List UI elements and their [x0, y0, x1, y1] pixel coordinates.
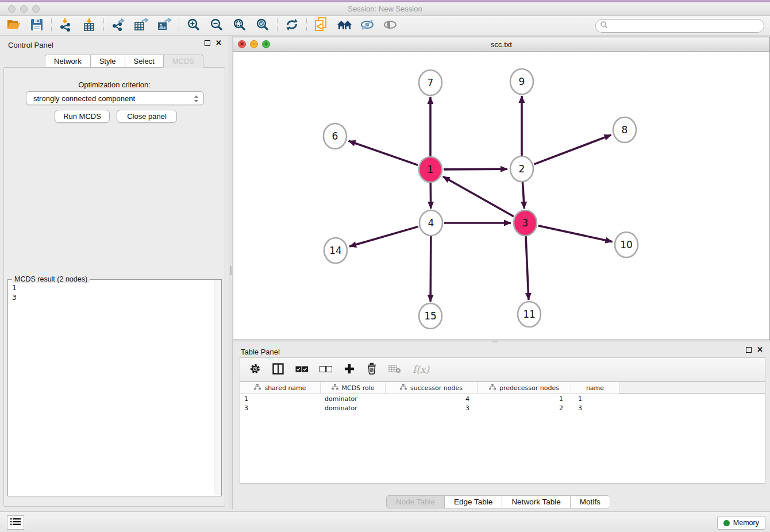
hierarchy-icon [332, 384, 338, 392]
clone-network-button[interactable] [310, 17, 333, 34]
graph-edge-2-8[interactable] [534, 135, 611, 164]
zoom-selected-button[interactable] [251, 17, 274, 34]
column-view-button[interactable] [272, 363, 284, 376]
column-header-name[interactable]: name [571, 382, 619, 394]
node-table[interactable]: shared nameMCDS rolesuccessor nodesprede… [240, 381, 765, 484]
graph-edge-4-14[interactable] [349, 226, 418, 246]
tab-network-table[interactable]: Network Table [502, 495, 569, 508]
search-field[interactable] [595, 19, 764, 33]
memory-button[interactable]: Memory [717, 516, 765, 530]
graph-edge-3-11[interactable] [526, 236, 529, 300]
result-scrollbar[interactable] [214, 280, 221, 495]
run-mcds-button[interactable]: Run MCDS [55, 110, 110, 123]
table-cell[interactable]: 1 [240, 395, 321, 403]
graph-node-3[interactable]: 3 [514, 210, 537, 236]
table-cell[interactable]: 3 [571, 404, 619, 412]
select-all-button[interactable] [295, 365, 308, 374]
vertical-splitter[interactable] [229, 36, 233, 509]
graph-edge-3-10[interactable] [538, 226, 612, 242]
import-table-button[interactable] [78, 17, 101, 34]
tab-mcds[interactable]: MCDS [163, 55, 203, 68]
network-canvas[interactable]: 1234678910111415 [233, 52, 769, 340]
export-table-button[interactable] [130, 17, 153, 34]
splitter-handle[interactable] [230, 266, 232, 275]
graph-edge-3-1[interactable] [443, 176, 514, 216]
graph-edge-1-2[interactable] [444, 169, 507, 169]
show-hidden-button[interactable] [379, 17, 402, 34]
table-cell[interactable]: dominator [321, 395, 386, 403]
table-cell[interactable]: 3 [386, 404, 478, 412]
graph-node-14[interactable]: 14 [324, 238, 347, 263]
titlebar-accent-strip [0, 0, 770, 2]
graph-node-4[interactable]: 4 [419, 210, 442, 236]
deselect-all-button[interactable] [319, 365, 332, 374]
table-cell[interactable]: 1 [571, 395, 619, 403]
graph-node-label: 9 [519, 76, 525, 87]
table-cell[interactable]: 3 [240, 404, 321, 412]
float-panel-icon[interactable] [746, 347, 752, 353]
export-image-button[interactable] [153, 17, 176, 34]
save-session-button[interactable] [25, 17, 48, 34]
graph-node-7[interactable]: 7 [419, 70, 442, 95]
graph-node-8[interactable]: 8 [613, 117, 636, 142]
network-window-titlebar[interactable]: ✕ − + scc.txt [233, 37, 769, 52]
table-row[interactable]: 1dominator411 [240, 394, 765, 403]
graph-node-2[interactable]: 2 [510, 156, 533, 182]
hide-selected-button[interactable] [356, 17, 379, 34]
graph-node-label: 10 [620, 239, 633, 250]
save-floppy-icon [30, 18, 43, 33]
network-close-button[interactable]: ✕ [238, 40, 246, 48]
tab-select[interactable]: Select [125, 55, 163, 68]
column-header-shared-name[interactable]: shared name [240, 382, 321, 394]
add-column-button[interactable] [344, 363, 355, 376]
tab-style[interactable]: Style [90, 55, 125, 68]
zoom-fit-button[interactable] [228, 17, 251, 34]
network-maximize-button[interactable]: + [262, 40, 270, 48]
zoom-fit-icon [233, 18, 247, 33]
import-network-button[interactable] [55, 17, 78, 34]
graph-node-15[interactable]: 15 [419, 303, 442, 329]
mcds-result-box: MCDS result (2 nodes) 13 [7, 279, 222, 496]
tab-node-table[interactable]: Node Table [386, 495, 444, 508]
open-session-button[interactable] [2, 17, 25, 34]
graph-node-10[interactable]: 10 [615, 232, 638, 257]
table-settings-button[interactable] [249, 363, 261, 376]
table-cell[interactable]: dominator [321, 404, 386, 412]
export-network-button[interactable] [107, 17, 130, 34]
search-input[interactable] [608, 21, 764, 31]
fx-icon: f(x) [413, 364, 429, 375]
delete-column-button[interactable] [367, 363, 377, 376]
refresh-button[interactable] [280, 17, 303, 34]
table-cell[interactable]: 2 [478, 404, 571, 412]
graph-node-6[interactable]: 6 [324, 124, 346, 149]
criterion-dropdown[interactable]: strongly connected component [26, 91, 204, 105]
close-panel-button[interactable]: Close panel [117, 110, 177, 123]
graph-edge-1-6[interactable] [349, 141, 418, 165]
graph-edge-2-3[interactable] [522, 182, 524, 209]
network-view-window: ✕ − + scc.txt 1234678910111415 [233, 37, 770, 340]
float-panel-icon[interactable] [205, 40, 210, 46]
table-row[interactable]: 3dominator323 [240, 403, 765, 413]
column-header-predecessor-nodes[interactable]: predecessor nodes [478, 382, 571, 394]
graph-node-1[interactable]: 1 [419, 157, 442, 182]
tab-motifs[interactable]: Motifs [570, 495, 610, 508]
show-all-networks-button[interactable] [333, 17, 356, 34]
network-minimize-button[interactable]: − [250, 40, 258, 48]
graph-edge-4-15[interactable] [430, 236, 431, 302]
graph-node-9[interactable]: 9 [510, 69, 533, 94]
column-header-successor-nodes[interactable]: successor nodes [386, 382, 478, 394]
zoom-out-button[interactable] [205, 17, 228, 34]
table-cell[interactable]: 1 [478, 395, 571, 403]
tab-edge-table[interactable]: Edge Table [444, 495, 502, 508]
task-history-button[interactable] [7, 515, 24, 530]
column-label: successor nodes [410, 384, 463, 392]
column-header-MCDS-role[interactable]: MCDS role [321, 382, 386, 394]
close-panel-icon[interactable]: ✕ [757, 347, 763, 353]
tab-network[interactable]: Network [45, 55, 90, 68]
close-panel-icon[interactable]: ✕ [215, 40, 222, 46]
graph-node-11[interactable]: 11 [518, 302, 541, 327]
zoom-in-button[interactable] [182, 17, 205, 34]
mcds-result-list[interactable]: 13 [8, 281, 213, 496]
table-cell[interactable]: 4 [386, 395, 478, 403]
result-line: 3 [12, 293, 213, 303]
